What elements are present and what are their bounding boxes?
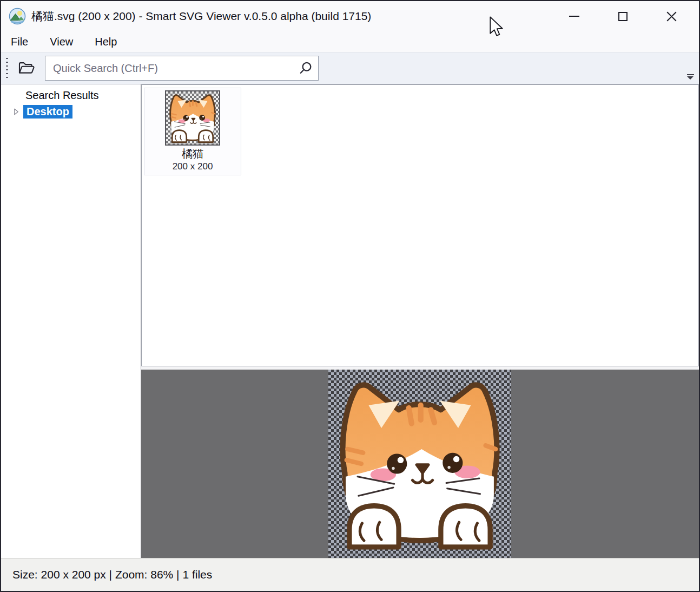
toolbar-grip-handle[interactable] bbox=[6, 58, 8, 78]
titlebar: 橘猫.svg (200 x 200) - Smart SVG Viewer v.… bbox=[1, 1, 699, 31]
statusbar: Size: 200 x 200 px | Zoom: 86% | 1 files bbox=[1, 558, 699, 591]
preview-pane[interactable] bbox=[141, 370, 699, 558]
minimize-icon bbox=[569, 16, 579, 17]
thumbnail-dimensions: 200 x 200 bbox=[144, 161, 241, 173]
minimize-button[interactable] bbox=[562, 5, 586, 27]
menu-view[interactable]: View bbox=[49, 35, 74, 49]
toolbar-overflow-button[interactable] bbox=[686, 74, 695, 80]
window-title: 橘猫.svg (200 x 200) - Smart SVG Viewer v.… bbox=[31, 9, 371, 24]
maximize-icon bbox=[618, 12, 628, 21]
thumbnail-image[interactable] bbox=[165, 90, 220, 146]
overflow-bar bbox=[687, 74, 694, 75]
toolbar bbox=[1, 52, 699, 84]
main-panel: 橘猫 200 x 200 bbox=[141, 84, 699, 558]
chevron-down-icon bbox=[687, 76, 694, 80]
app-icon[interactable] bbox=[9, 8, 26, 25]
menu-help[interactable]: Help bbox=[94, 35, 118, 49]
thumbnail-list-panel: 橘猫 200 x 200 bbox=[141, 84, 699, 366]
quick-search bbox=[45, 56, 319, 81]
expander-triangle-icon[interactable] bbox=[12, 108, 19, 116]
content-area: Search Results Desktop 橘猫 200 x 200 bbox=[1, 84, 699, 558]
cat-thumbnail-art bbox=[166, 91, 219, 144]
open-folder-icon bbox=[17, 60, 35, 77]
status-text: Size: 200 x 200 px | Zoom: 86% | 1 files bbox=[12, 568, 212, 581]
tree-node-search-results[interactable]: Search Results bbox=[25, 89, 141, 102]
window-controls bbox=[538, 5, 699, 27]
menu-file[interactable]: File bbox=[10, 35, 29, 49]
file-thumbnail-card[interactable]: 橘猫 200 x 200 bbox=[144, 88, 241, 175]
tree-row-desktop[interactable]: Desktop bbox=[1, 105, 141, 119]
menubar: File View Help bbox=[1, 31, 699, 52]
maximize-button[interactable] bbox=[610, 5, 635, 27]
thumbnail-filename: 橘猫 bbox=[144, 147, 241, 161]
app-window: 橘猫.svg (200 x 200) - Smart SVG Viewer v.… bbox=[0, 0, 700, 592]
cat-preview-art bbox=[328, 370, 511, 558]
search-input[interactable] bbox=[45, 56, 319, 81]
close-button[interactable] bbox=[659, 5, 684, 27]
close-icon bbox=[666, 11, 677, 22]
svg-canvas[interactable] bbox=[328, 370, 511, 558]
search-icon[interactable] bbox=[299, 61, 313, 77]
open-file-button[interactable] bbox=[15, 57, 37, 80]
tree-node-desktop-selected[interactable]: Desktop bbox=[23, 105, 72, 119]
sidebar-tree: Search Results Desktop bbox=[1, 84, 141, 558]
